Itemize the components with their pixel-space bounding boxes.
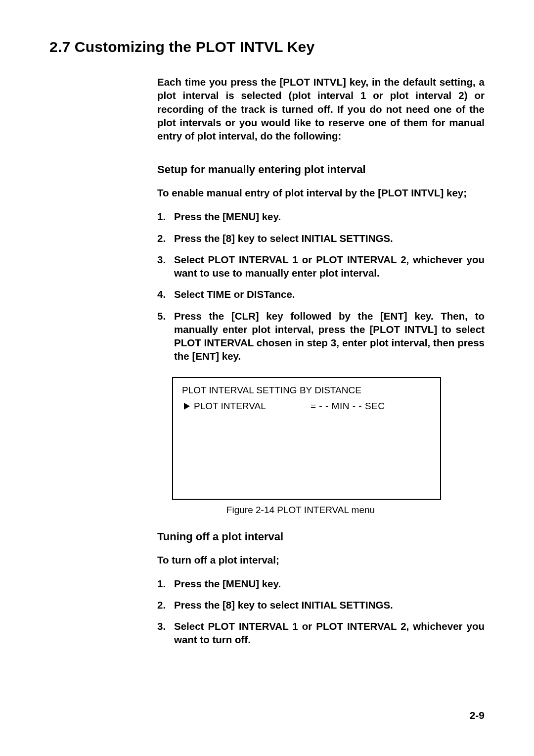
figure-row-label: PLOT INTERVAL bbox=[194, 401, 311, 412]
setup-step-1: Press the [MENU] key. bbox=[157, 210, 485, 223]
subsection-setup-heading: Setup for manually entering plot interva… bbox=[157, 163, 485, 176]
figure-caption: Figure 2-14 PLOT INTERVAL menu bbox=[128, 505, 474, 516]
setup-step-5: Press the [CLR] key followed by the [ENT… bbox=[157, 309, 485, 363]
section-heading: 2.7 Customizing the PLOT INTVL Key bbox=[49, 39, 485, 55]
triangle-icon bbox=[184, 403, 190, 410]
setup-step-3: Select PLOT INTERVAL 1 or PLOT INTERVAL … bbox=[157, 253, 485, 280]
figure-row: PLOT INTERVAL = - - MIN - - SEC bbox=[181, 401, 432, 412]
subsection-tuning-heading: Tuning off a plot interval bbox=[157, 530, 485, 543]
figure-box: PLOT INTERVAL SETTING BY DISTANCE PLOT I… bbox=[172, 377, 441, 500]
setup-step-4: Select TIME or DISTance. bbox=[157, 287, 485, 301]
page-number: 2-9 bbox=[470, 709, 485, 721]
body-column: Each time you press the [PLOT INTVL] key… bbox=[157, 75, 485, 647]
tuning-step-2: Press the [8] key to select INITIAL SETT… bbox=[157, 598, 485, 612]
figure-row-value: = - - MIN - - SEC bbox=[311, 401, 385, 412]
tuning-step-3: Select PLOT INTERVAL 1 or PLOT INTERVAL … bbox=[157, 619, 485, 647]
setup-lead-line: To enable manual entry of plot interval … bbox=[157, 187, 485, 199]
setup-step-2: Press the [8] key to select INITIAL SETT… bbox=[157, 232, 485, 245]
setup-steps-list: Press the [MENU] key. Press the [8] key … bbox=[157, 210, 485, 363]
tuning-steps-list: Press the [MENU] key. Press the [8] key … bbox=[157, 577, 485, 647]
tuning-step-1: Press the [MENU] key. bbox=[157, 577, 485, 590]
content-area: 2.7 Customizing the PLOT INTVL Key Each … bbox=[49, 39, 485, 661]
page: 2.7 Customizing the PLOT INTVL Key Each … bbox=[0, 0, 534, 756]
tuning-lead-line: To turn off a plot interval; bbox=[157, 554, 485, 566]
figure-box-title: PLOT INTERVAL SETTING BY DISTANCE bbox=[182, 385, 432, 396]
intro-paragraph: Each time you press the [PLOT INTVL] key… bbox=[157, 75, 485, 142]
